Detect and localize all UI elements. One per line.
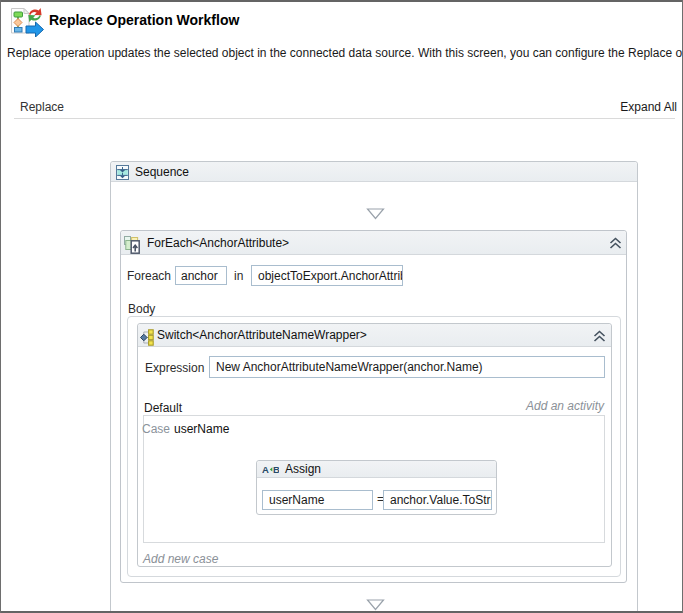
svg-text:A: A <box>262 464 269 475</box>
svg-text:B: B <box>273 464 279 475</box>
